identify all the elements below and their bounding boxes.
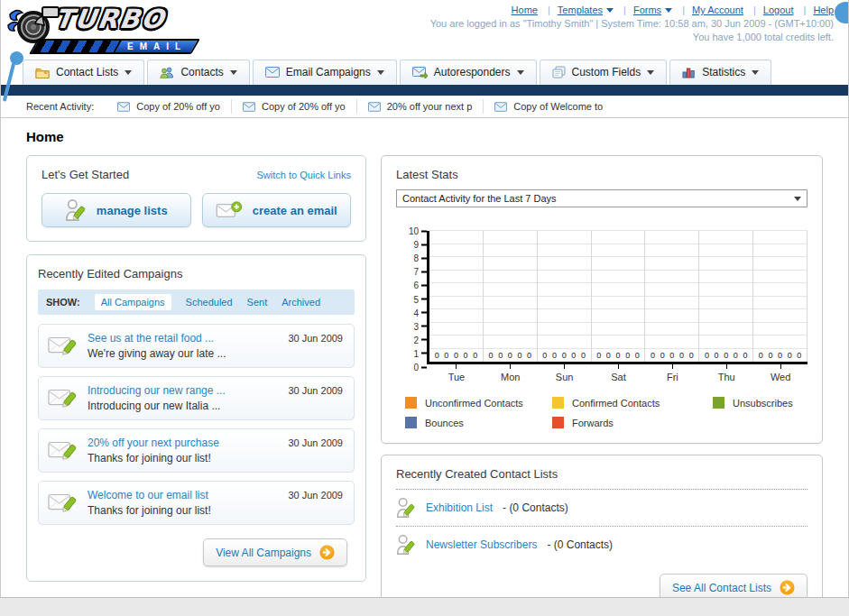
chevron-down-icon bbox=[377, 70, 384, 75]
legend-swatch bbox=[713, 397, 724, 409]
filter-sent[interactable]: Sent bbox=[247, 297, 268, 308]
contact-list-link[interactable]: Newsletter Subscribers bbox=[426, 538, 537, 551]
chevron-down-icon bbox=[517, 70, 524, 75]
campaign-row[interactable]: See us at the retail food ... We're givi… bbox=[38, 324, 355, 368]
filter-all-campaigns[interactable]: All Campaigns bbox=[95, 294, 171, 310]
people-icon bbox=[160, 67, 174, 78]
campaign-title-link[interactable]: 20% off your next purchase bbox=[88, 437, 219, 449]
campaign-title-link[interactable]: Introducing our new range ... bbox=[88, 384, 226, 397]
app-window: TURBO EMAIL Home Templates Forms My Acco… bbox=[0, 0, 849, 598]
campaign-row[interactable]: 20% off your next purchase Thanks for jo… bbox=[38, 428, 355, 473]
contact-lists-panel: Recently Created Contact Lists Exhibitio… bbox=[381, 455, 823, 598]
campaign-list: See us at the retail food ... We're givi… bbox=[38, 324, 355, 525]
envelope-icon bbox=[243, 102, 255, 112]
legend-item: Unconfirmed Contacts bbox=[405, 397, 552, 409]
value-label: 0 bbox=[596, 351, 601, 360]
campaign-date: 30 Jun 2009 bbox=[288, 333, 343, 344]
y-tick-label: 6 bbox=[413, 280, 427, 290]
view-all-campaigns-button[interactable]: View All Campaigns bbox=[203, 538, 347, 566]
nav-link-help[interactable]: Help bbox=[813, 5, 834, 15]
campaigns-filter-bar: SHOW: All Campaigns Scheduled Sent Archi… bbox=[38, 290, 355, 315]
value-label: 0 bbox=[759, 351, 763, 360]
chevron-down-icon bbox=[125, 70, 132, 75]
value-label: 0 bbox=[454, 351, 458, 360]
value-label: 0 bbox=[788, 351, 792, 360]
recent-activity-item[interactable]: Copy of 20% off yo bbox=[106, 99, 231, 114]
y-tick-label: 1 bbox=[413, 348, 427, 358]
tab-label: Contact Lists bbox=[56, 66, 118, 78]
create-email-button[interactable]: create an email bbox=[202, 193, 352, 227]
latest-stats-panel: Latest Stats Contact Activity for the La… bbox=[381, 155, 823, 444]
campaign-date: 30 Jun 2009 bbox=[288, 437, 343, 448]
activity-text: Copy of 20% off yo bbox=[136, 101, 220, 112]
x-tick-label: Fri bbox=[645, 364, 699, 382]
campaign-date: 30 Jun 2009 bbox=[288, 490, 343, 501]
legend-swatch bbox=[405, 397, 417, 409]
value-label: 0 bbox=[508, 351, 512, 360]
envelope-plus-icon bbox=[216, 200, 243, 220]
chevron-down-icon bbox=[665, 8, 672, 13]
nav-link-my-account[interactable]: My Account bbox=[692, 5, 743, 15]
person-pencil-icon bbox=[65, 198, 87, 222]
envelope-pencil-icon bbox=[48, 489, 78, 516]
bar-chart-icon bbox=[682, 67, 696, 78]
switch-to-quick-links-link[interactable]: Switch to Quick Links bbox=[256, 170, 351, 180]
value-label: 0 bbox=[705, 351, 709, 360]
envelope-pencil-icon bbox=[48, 437, 78, 464]
campaign-date: 30 Jun 2009 bbox=[288, 385, 343, 396]
x-tick-label: Tue bbox=[429, 364, 484, 382]
recent-activity-item[interactable]: Copy of Welcome to bbox=[483, 99, 614, 114]
page-title: Home bbox=[26, 129, 823, 144]
y-tick-label: 5 bbox=[413, 294, 427, 304]
value-label: 0 bbox=[778, 351, 782, 360]
legend-swatch bbox=[405, 417, 417, 428]
tab-contact-lists[interactable]: Contact Lists bbox=[23, 60, 144, 85]
recent-activity-item[interactable]: 20% off your next p bbox=[356, 99, 484, 114]
value-label: 0 bbox=[444, 351, 448, 360]
nav-link-templates[interactable]: Templates bbox=[558, 5, 603, 15]
nav-link-home[interactable]: Home bbox=[512, 5, 538, 15]
top-bar: Home Templates Forms My Account Logout H… bbox=[430, 5, 834, 42]
x-tick-label: Sun bbox=[538, 364, 592, 382]
x-tick-label: Sat bbox=[592, 364, 646, 382]
recent-activity-item[interactable]: Copy of 20% off yo bbox=[231, 99, 356, 114]
see-all-contact-lists-button[interactable]: See All Contact Lists bbox=[660, 574, 807, 598]
tab-autoresponders[interactable]: Autoresponders bbox=[400, 60, 537, 85]
chevron-down-icon bbox=[647, 70, 654, 75]
button-label: View All Campaigns bbox=[216, 547, 311, 559]
nav-link-forms[interactable]: Forms bbox=[633, 5, 661, 15]
value-label: 0 bbox=[488, 351, 493, 360]
nav-link-logout[interactable]: Logout bbox=[763, 5, 794, 15]
value-label: 0 bbox=[768, 351, 772, 360]
stats-dropdown[interactable]: Contact Activity for the Last 7 Days bbox=[396, 189, 807, 207]
activity-text: 20% off your next p bbox=[387, 101, 473, 112]
campaigns-panel: Recently Edited Campaigns SHOW: All Camp… bbox=[26, 254, 366, 582]
campaign-row[interactable]: Introducing our new range ... Introducin… bbox=[38, 376, 355, 420]
value-label: 0 bbox=[660, 351, 665, 360]
recent-activity-bar: Recent Activity: Copy of 20% off yo Copy… bbox=[1, 96, 848, 118]
filter-scheduled[interactable]: Scheduled bbox=[186, 297, 233, 308]
y-tick-label: 7 bbox=[413, 267, 427, 277]
contact-lists-title: Recently Created Contact Lists bbox=[396, 467, 807, 490]
decorative-dot bbox=[835, 2, 849, 23]
contact-list-count: - (0 Contacts) bbox=[503, 501, 568, 514]
tab-statistics[interactable]: Statistics bbox=[669, 60, 771, 85]
campaign-title-link[interactable]: See us at the retail food ... bbox=[88, 332, 226, 345]
tab-contacts[interactable]: Contacts bbox=[147, 60, 249, 85]
chart-group: 00000 bbox=[753, 231, 807, 362]
tab-custom-fields[interactable]: Custom Fields bbox=[540, 60, 668, 85]
campaign-title-link[interactable]: Welcome to our email list bbox=[88, 489, 211, 501]
contact-list-link[interactable]: Exhibition List bbox=[426, 501, 493, 514]
tab-email-campaigns[interactable]: Email Campaigns bbox=[253, 60, 397, 85]
campaign-subtitle: We're giving away our late ... bbox=[88, 347, 226, 360]
filter-archived[interactable]: Archived bbox=[281, 297, 320, 308]
button-label: create an email bbox=[253, 204, 337, 217]
value-label: 0 bbox=[435, 351, 439, 360]
person-pencil-icon bbox=[396, 533, 416, 556]
envelope-pencil-icon bbox=[48, 332, 78, 359]
value-label: 0 bbox=[743, 351, 747, 360]
manage-lists-button[interactable]: manage lists bbox=[42, 193, 191, 227]
contact-list-row[interactable]: Exhibition List - (0 Contacts) bbox=[396, 490, 807, 527]
contact-list-row[interactable]: Newsletter Subscribers - (0 Contacts) bbox=[396, 527, 807, 563]
campaign-row[interactable]: Welcome to our email list Thanks for joi… bbox=[38, 481, 355, 525]
